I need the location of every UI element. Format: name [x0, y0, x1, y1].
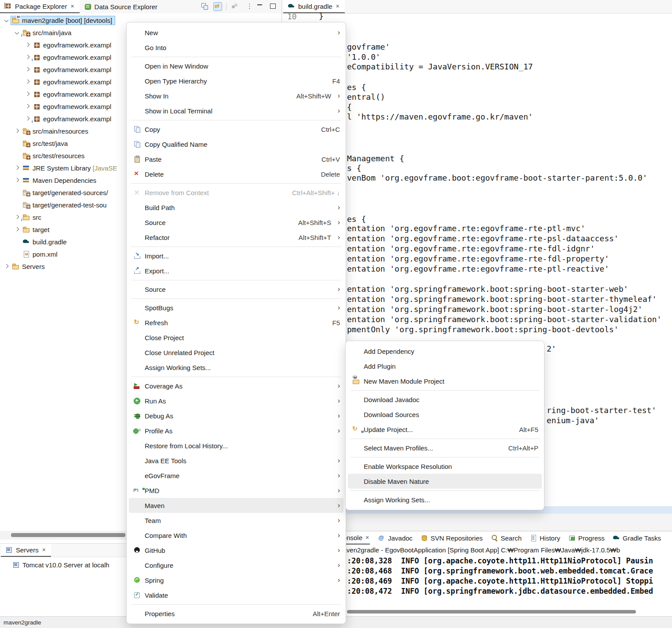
close-icon[interactable]: × — [69, 3, 75, 9]
menu-item-download-sources[interactable]: Download Sources — [348, 407, 542, 422]
chevron-collapsed-icon[interactable] — [24, 103, 32, 110]
menu-item-properties[interactable]: PropertiesAlt+Enter — [129, 606, 343, 621]
menu-item-run-as[interactable]: Run As› — [129, 393, 343, 408]
collapse-all-icon[interactable] — [201, 2, 209, 11]
menu-item-refresh[interactable]: RefreshF5 — [129, 315, 343, 330]
menu-item-spotbugs[interactable]: SpotBugs› — [129, 300, 343, 315]
pkg-icon: i — [33, 115, 41, 122]
menu-item-pmd[interactable]: PMD› — [129, 483, 343, 498]
server-row-tomcat[interactable]: Tomcat v10.0 Server at localh — [12, 559, 110, 570]
menu-item-new-maven-module-project[interactable]: New Maven Module Project — [348, 374, 542, 388]
menu-item-compare-with[interactable]: Compare With› — [129, 528, 343, 543]
chevron-expanded-icon[interactable] — [13, 29, 21, 36]
menu-item-close-unrelated-project[interactable]: Close Unrelated Project — [129, 345, 343, 360]
menu-item-download-javadoc[interactable]: Download Javadoc — [348, 392, 542, 407]
menu-item-show-in[interactable]: Show InAlt+Shift+W› — [129, 88, 343, 103]
menu-item-assign-working-sets[interactable]: Assign Working Sets... — [129, 360, 343, 375]
menu-item-import[interactable]: Import... — [129, 248, 343, 263]
menu-item-refactor[interactable]: RefactorAlt+Shift+T› — [129, 230, 343, 245]
menu-item-show-in-local-terminal[interactable]: Show in Local Terminal› — [129, 103, 343, 118]
maximize-icon[interactable] — [269, 2, 278, 11]
menu-item-disable-maven-nature[interactable]: Disable Maven Nature — [348, 474, 542, 489]
menu-item-update-project[interactable]: Update Project...Alt+F5 — [348, 422, 542, 437]
menu-item-delete[interactable]: DeleteDelete — [129, 167, 343, 182]
console-tab-search[interactable]: Search — [491, 532, 522, 545]
tree-item-box: build.gradle — [21, 237, 70, 247]
menu-item-go-into[interactable]: Go Into — [129, 40, 343, 55]
menu-item-egovframe[interactable]: eGovFrame› — [129, 468, 343, 483]
menu-item-debug-as[interactable]: Debug As› — [129, 408, 343, 423]
chevron-collapsed-icon[interactable] — [13, 127, 21, 134]
chevron-collapsed-icon[interactable] — [13, 164, 21, 171]
menu-item-github[interactable]: GitHub› — [129, 543, 343, 558]
menu-item-assign-working-sets[interactable]: Assign Working Sets... — [348, 492, 542, 507]
close-icon[interactable]: × — [365, 534, 370, 541]
chevron-collapsed-icon[interactable] — [24, 91, 32, 98]
chevron-collapsed-icon[interactable] — [13, 226, 21, 233]
chevron-expanded-icon[interactable] — [3, 17, 11, 24]
menu-item-coverage-as[interactable]: Coverage As› — [129, 378, 343, 393]
menu-item-validate[interactable]: Validate — [129, 588, 343, 603]
lib-icon — [22, 164, 30, 171]
tab-data-source-explorer[interactable]: Data Source Explorer — [80, 0, 162, 13]
run-icon — [133, 397, 145, 404]
menu-item-new[interactable]: New› — [129, 25, 343, 40]
console-tab-javadoc[interactable]: Javadoc — [378, 532, 413, 545]
view-menu-icon[interactable] — [243, 2, 252, 11]
menu-item-team[interactable]: Team› — [129, 513, 343, 528]
code-fragment: entral() — [347, 92, 385, 102]
menu-item-maven[interactable]: Maven› — [129, 498, 343, 513]
code-fragment: entation 'org.springframework.boot:sprin… — [347, 284, 628, 294]
chevron-collapsed-icon[interactable] — [24, 41, 32, 48]
tree-item-label: JRE System Library — [33, 164, 91, 172]
close-icon[interactable]: × — [41, 547, 47, 553]
menu-item-open-in-new-window[interactable]: Open in New Window — [129, 58, 343, 73]
console-tab-gradle-tasks[interactable]: Gradle Tasks — [613, 532, 661, 545]
tab-servers[interactable]: Servers × — [1, 544, 51, 557]
menu-item-paste[interactable]: PasteCtrl+V — [129, 152, 343, 167]
tree-item-box: target/generated-sources/ — [21, 188, 111, 197]
close-icon[interactable]: × — [335, 3, 340, 9]
menu-item-open-type-hierarchy[interactable]: Open Type HierarchyF4 — [129, 73, 343, 88]
chevron-collapsed-icon[interactable] — [24, 78, 32, 85]
console-tab-progress[interactable]: Progress — [568, 532, 605, 545]
menu-item-close-project[interactable]: Close Project — [129, 330, 343, 345]
folder-icon — [12, 263, 20, 270]
link-with-editor-icon[interactable] — [213, 2, 222, 11]
chevron-collapsed-icon[interactable] — [13, 177, 21, 184]
console-tab-history[interactable]: History — [530, 532, 560, 545]
no-icon — [133, 457, 145, 464]
chevron-collapsed-icon[interactable] — [24, 54, 32, 61]
menu-item-copy-qualified-name[interactable]: Copy Qualified Name — [129, 137, 343, 152]
console-tab-svn-repositories[interactable]: SVN Repositories — [420, 532, 482, 545]
menu-item-add-plugin[interactable]: Add Plugin — [348, 359, 542, 374]
chevron-collapsed-icon[interactable] — [3, 263, 11, 270]
menu-item-build-path[interactable]: Build Path› — [129, 200, 343, 215]
console-hscrollbar-thumb[interactable] — [347, 610, 636, 613]
minimize-icon[interactable] — [256, 2, 265, 11]
tree-hscrollbar-thumb[interactable] — [11, 533, 125, 537]
menu-item-spring[interactable]: Spring› — [129, 573, 343, 588]
menu-item-select-maven-profiles[interactable]: Select Maven Profiles...Ctrl+Alt+P — [348, 440, 542, 455]
menu-item-source[interactable]: SourceAlt+Shift+S› — [129, 215, 343, 230]
chevron-collapsed-icon[interactable] — [24, 66, 32, 73]
menu-item-restore-from-local-history[interactable]: Restore from Local History... — [129, 438, 343, 453]
tab-build-gradle[interactable]: build.gradle × — [283, 0, 345, 13]
no-icon — [133, 502, 145, 509]
menu-item-remove-from-context[interactable]: Remove from ContextCtrl+Alt+Shift+ ↓ — [129, 185, 343, 200]
no-icon — [352, 396, 364, 403]
chevron-collapsed-icon[interactable] — [13, 214, 21, 221]
menu-item-enable-workspace-resolution[interactable]: Enable Workspace Resolution — [348, 459, 542, 474]
info-decorator: i — [32, 119, 33, 123]
menu-item-configure[interactable]: Configure› — [129, 558, 343, 573]
menu-item-export[interactable]: Export... — [129, 263, 343, 278]
menu-item-add-dependency[interactable]: Add Dependency — [348, 344, 542, 359]
code-fragment: entation 'org.egovframe.rte:egovframe-rt… — [347, 264, 609, 274]
chevron-collapsed-icon[interactable] — [24, 115, 32, 122]
menu-item-source[interactable]: Source› — [129, 282, 343, 297]
svn-icon — [420, 534, 428, 541]
menu-item-profile-as[interactable]: Profile As› — [129, 423, 343, 438]
menu-item-java-ee-tools[interactable]: Java EE Tools› — [129, 453, 343, 468]
tab-package-explorer[interactable]: Package Explorer × — [0, 0, 80, 13]
menu-item-copy[interactable]: CopyCtrl+C — [129, 122, 343, 137]
